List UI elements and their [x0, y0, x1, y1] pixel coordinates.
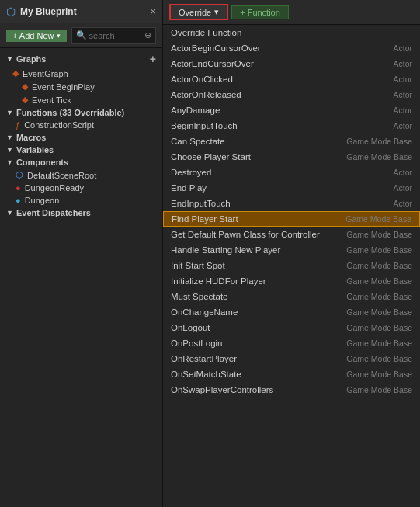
- dropdown-item[interactable]: ActorOnClickedActor: [163, 71, 420, 87]
- dropdown-item-tag: Game Mode Base: [346, 339, 412, 348]
- dropdown-item[interactable]: Initialize HUDFor PlayerGame Mode Base: [163, 273, 420, 289]
- dropdown-item[interactable]: DestroyedActor: [163, 165, 420, 180]
- search-icon: 🔍: [76, 30, 87, 40]
- dropdown-item[interactable]: ActorBeginCursorOverActor: [163, 40, 420, 56]
- sidebar-item-constructionscript[interactable]: ƒ ConstructionScript: [0, 119, 162, 131]
- dropdown-item[interactable]: OnSetMatchStateGame Mode Base: [163, 366, 420, 382]
- dropdown-item-label: Must Spectate: [171, 292, 340, 301]
- dropdown-item-label: AnyDamage: [171, 106, 387, 115]
- dropdown-item[interactable]: OnSwapPlayerControllersGame Mode Base: [163, 382, 420, 398]
- dropdown-item[interactable]: Handle Starting New PlayerGame Mode Base: [163, 242, 420, 258]
- right-panel: Override ▾ + Function Override FunctionA…: [163, 0, 420, 507]
- overlay-panel: Override ▾ + Function Override FunctionA…: [163, 0, 420, 507]
- window-title: My Blueprint: [20, 6, 150, 17]
- dropdown-item-tag: Game Mode Base: [346, 292, 412, 301]
- dropdown-item-tag: Actor: [393, 121, 412, 130]
- search-wrap: 🔍 ⊕: [71, 27, 156, 44]
- dropdown-item-label: Override Function: [171, 28, 412, 37]
- variables-section[interactable]: ▼ Variables: [0, 144, 162, 156]
- close-button[interactable]: ×: [150, 5, 156, 17]
- dropdown-item-label: OnChangeName: [171, 307, 340, 317]
- search-input[interactable]: [89, 31, 142, 40]
- dropdown-item[interactable]: Override Function: [163, 25, 420, 40]
- dropdown-item-tag: Actor: [393, 59, 412, 68]
- function-label: + Function: [240, 8, 280, 17]
- dropdown-item[interactable]: Init Start SpotGame Mode Base: [163, 258, 420, 273]
- dropdown-item-tag: Game Mode Base: [345, 214, 411, 224]
- sidebar-item-eventgraph[interactable]: ◆ EventGraph: [0, 67, 162, 80]
- sidebar-item-dungeon[interactable]: ● Dungeon: [0, 194, 162, 207]
- graphs-label: Graphs: [16, 54, 47, 64]
- eventtick-icon: ◆: [22, 95, 28, 105]
- event-dispatchers-section[interactable]: ▼ Event Dispatchers: [0, 207, 162, 219]
- add-new-dropdown-arrow: ▾: [57, 32, 61, 40]
- dropdown-item-tag: Game Mode Base: [346, 230, 412, 239]
- sidebar-item-dungeonready[interactable]: ● DungeonReady: [0, 182, 162, 194]
- dropdown-item-tag: Actor: [393, 168, 412, 177]
- dropdown-item[interactable]: ActorOnReleasedActor: [163, 87, 420, 102]
- left-panel: ⬡ My Blueprint × + Add New ▾ 🔍 ⊕ ▼ Graph…: [0, 0, 163, 507]
- functions-section[interactable]: ▼ Functions (33 Overridable): [0, 106, 162, 119]
- dropdown-item-tag: Actor: [393, 90, 412, 99]
- dropdown-item-label: Can Spectate: [171, 137, 340, 146]
- dropdown-item[interactable]: ActorEndCursorOverActor: [163, 56, 420, 71]
- beginplay-label: Event BeginPlay: [32, 82, 95, 92]
- title-bar: ⬡ My Blueprint ×: [0, 0, 162, 23]
- sidebar-item-beginplay[interactable]: ◆ Event BeginPlay: [0, 80, 162, 93]
- add-new-label: + Add New: [12, 31, 54, 40]
- dropdown-item-tag: Game Mode Base: [346, 385, 412, 394]
- dropdown-item-tag: Game Mode Base: [346, 152, 412, 161]
- add-new-button[interactable]: + Add New ▾: [6, 30, 67, 42]
- dropdown-item[interactable]: Get Default Pawn Class for ControllerGam…: [163, 227, 420, 242]
- sidebar-item-defaultsceneroot[interactable]: ⬡ DefaultSceneRoot: [0, 168, 162, 182]
- dropdown-item[interactable]: Choose Player StartGame Mode Base: [163, 149, 420, 165]
- graphs-section[interactable]: ▼ Graphs +: [0, 51, 162, 67]
- search-options-icon[interactable]: ⊕: [144, 30, 151, 40]
- dropdown-item-tag: Game Mode Base: [346, 370, 412, 379]
- blueprint-icon: ⬡: [6, 5, 16, 18]
- dropdown-item-label: Destroyed: [171, 168, 387, 177]
- dungeonready-icon: ●: [16, 183, 21, 193]
- search-bar: + Add New ▾ 🔍 ⊕: [0, 23, 162, 48]
- dropdown-item-label: End Play: [171, 183, 387, 193]
- dropdown-item-tag: Actor: [393, 75, 412, 84]
- components-section[interactable]: ▼ Components: [0, 156, 162, 168]
- dropdown-item-label: ActorEndCursorOver: [171, 59, 387, 68]
- beginplay-icon: ◆: [22, 82, 28, 92]
- constructionscript-icon: ƒ: [16, 120, 20, 130]
- dropdown-item[interactable]: Must SpectateGame Mode Base: [163, 289, 420, 304]
- graphs-arrow: ▼: [6, 55, 13, 63]
- macros-section[interactable]: ▼ Macros: [0, 131, 162, 144]
- dungeonready-label: DungeonReady: [25, 183, 84, 193]
- dropdown-item-label: EndInputTouch: [171, 199, 387, 208]
- defaultsceneroot-icon: ⬡: [16, 170, 23, 180]
- eventtick-label: Event Tick: [32, 95, 71, 105]
- dropdown-item[interactable]: OnRestartPlayerGame Mode Base: [163, 351, 420, 366]
- function-button[interactable]: + Function: [231, 5, 289, 19]
- graphs-add-button[interactable]: +: [150, 53, 156, 65]
- dropdown-item[interactable]: AnyDamageActor: [163, 102, 420, 118]
- constructionscript-label: ConstructionScript: [24, 120, 94, 130]
- dropdown-item-tag: Actor: [393, 183, 412, 193]
- dropdown-item-label: Choose Player Start: [171, 152, 340, 161]
- dropdown-item-label: ActorOnClicked: [171, 75, 387, 84]
- sidebar-item-eventtick[interactable]: ◆ Event Tick: [0, 93, 162, 106]
- override-dropdown-icon: ▾: [214, 7, 219, 17]
- dropdown-item[interactable]: End PlayActor: [163, 180, 420, 196]
- dropdown-item[interactable]: OnChangeNameGame Mode Base: [163, 304, 420, 320]
- dropdown-item-label: Initialize HUDFor Player: [171, 276, 340, 286]
- dropdown-item[interactable]: OnLogoutGame Mode Base: [163, 320, 420, 335]
- override-button[interactable]: Override ▾: [169, 4, 228, 20]
- override-label: Override: [179, 8, 211, 17]
- dropdown-item-tag: Game Mode Base: [346, 245, 412, 255]
- dropdown-item-label: Init Start Spot: [171, 261, 340, 270]
- dropdown-item[interactable]: BeginInputTouchActor: [163, 118, 420, 134]
- dropdown-item-label: Handle Starting New Player: [171, 245, 340, 255]
- dropdown-item[interactable]: Find Player StartGame Mode Base: [163, 211, 420, 227]
- dropdown-item[interactable]: EndInputTouchActor: [163, 196, 420, 211]
- components-label: Components: [16, 158, 68, 167]
- dropdown-item[interactable]: OnPostLoginGame Mode Base: [163, 335, 420, 351]
- eventgraph-icon: ◆: [12, 68, 19, 78]
- dropdown-item[interactable]: Can SpectateGame Mode Base: [163, 134, 420, 149]
- dropdown-item-label: OnPostLogin: [171, 339, 340, 348]
